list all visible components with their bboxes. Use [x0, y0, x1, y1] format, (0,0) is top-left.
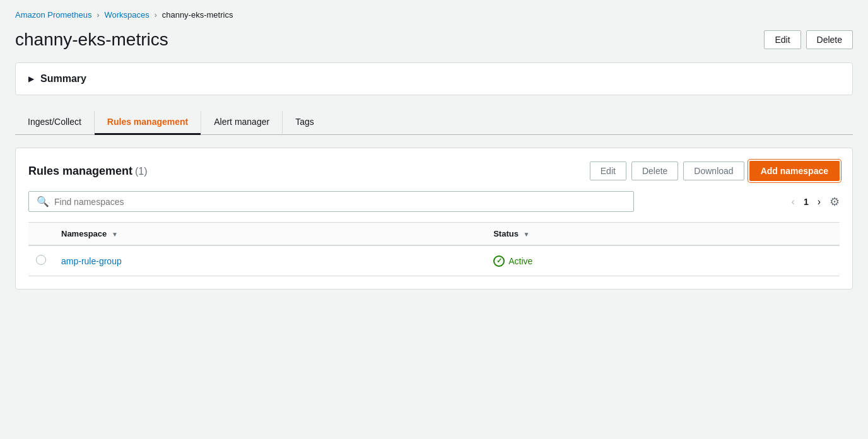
row-radio-button[interactable] — [36, 255, 46, 265]
row-namespace-cell: amp-rule-group — [54, 245, 486, 276]
breadcrumb-sep-2: › — [155, 11, 157, 20]
breadcrumb-workspaces[interactable]: Workspaces — [104, 10, 149, 20]
row-status-cell: ✓ Active — [486, 245, 840, 276]
rules-delete-button[interactable]: Delete — [631, 161, 678, 180]
table-col-namespace[interactable]: Namespace ▼ — [54, 223, 486, 246]
status-active-wrap: ✓ Active — [493, 255, 832, 267]
delete-button[interactable]: Delete — [806, 30, 853, 49]
search-row: 🔍 ‹ 1 › ⚙ — [28, 191, 840, 212]
breadcrumb: Amazon Prometheus › Workspaces › channy-… — [15, 10, 853, 20]
pagination-prev-button[interactable]: ‹ — [788, 194, 799, 210]
breadcrumb-sep-1: › — [97, 11, 99, 20]
table-col-select — [28, 223, 54, 246]
rules-card-title-wrap: Rules management (1) — [28, 165, 148, 178]
pagination-controls: ‹ 1 › ⚙ — [788, 194, 840, 210]
page-title: channy-eks-metrics — [15, 30, 168, 50]
summary-arrow-icon: ▶ — [28, 74, 34, 83]
search-bar[interactable]: 🔍 — [28, 191, 634, 212]
namespace-link[interactable]: amp-rule-group — [61, 256, 122, 266]
pagination-current-page: 1 — [804, 197, 809, 207]
breadcrumb-amazon-prometheus[interactable]: Amazon Prometheus — [15, 10, 91, 20]
rules-download-button[interactable]: Download — [683, 161, 744, 180]
table-col-status[interactable]: Status ▼ — [486, 223, 840, 246]
breadcrumb-current: channy-eks-metrics — [162, 10, 233, 20]
namespace-table: Namespace ▼ Status ▼ amp-rule-group — [28, 222, 840, 276]
tab-rules-management[interactable]: Rules management — [95, 110, 201, 135]
summary-title: Summary — [40, 73, 86, 85]
search-icon: 🔍 — [37, 196, 49, 208]
rules-edit-button[interactable]: Edit — [590, 161, 626, 180]
tabs-bar: Ingest/Collect Rules management Alert ma… — [15, 110, 853, 135]
table-row: amp-rule-group ✓ Active — [28, 245, 840, 276]
rules-card-actions: Edit Delete Download Add namespace — [590, 161, 840, 181]
row-select-cell[interactable] — [28, 245, 54, 276]
header-actions: Edit Delete — [764, 30, 853, 49]
rules-card-count: (1) — [135, 166, 148, 177]
search-input[interactable] — [54, 197, 626, 207]
page-wrapper: Amazon Prometheus › Workspaces › channy-… — [0, 0, 868, 305]
edit-button[interactable]: Edit — [764, 30, 801, 49]
status-active-icon: ✓ — [493, 255, 505, 267]
summary-toggle[interactable]: ▶ Summary — [28, 73, 840, 85]
table-settings-icon[interactable]: ⚙ — [830, 195, 840, 209]
tab-alert-manager[interactable]: Alert manager — [201, 110, 282, 135]
tab-ingest-collect[interactable]: Ingest/Collect — [15, 110, 94, 135]
page-header: channy-eks-metrics Edit Delete — [15, 30, 853, 50]
rules-card: Rules management (1) Edit Delete Downloa… — [15, 148, 853, 290]
summary-box: ▶ Summary — [15, 62, 853, 95]
status-sort-icon: ▼ — [524, 231, 530, 238]
rules-card-title: Rules management — [28, 165, 132, 177]
tab-tags[interactable]: Tags — [283, 110, 327, 135]
pagination-next-button[interactable]: › — [814, 194, 824, 210]
namespace-sort-icon: ▼ — [112, 231, 118, 238]
rules-card-header: Rules management (1) Edit Delete Downloa… — [28, 161, 840, 181]
add-namespace-button[interactable]: Add namespace — [749, 161, 840, 181]
status-active-label: Active — [508, 256, 532, 266]
table-header-row: Namespace ▼ Status ▼ — [28, 223, 840, 246]
